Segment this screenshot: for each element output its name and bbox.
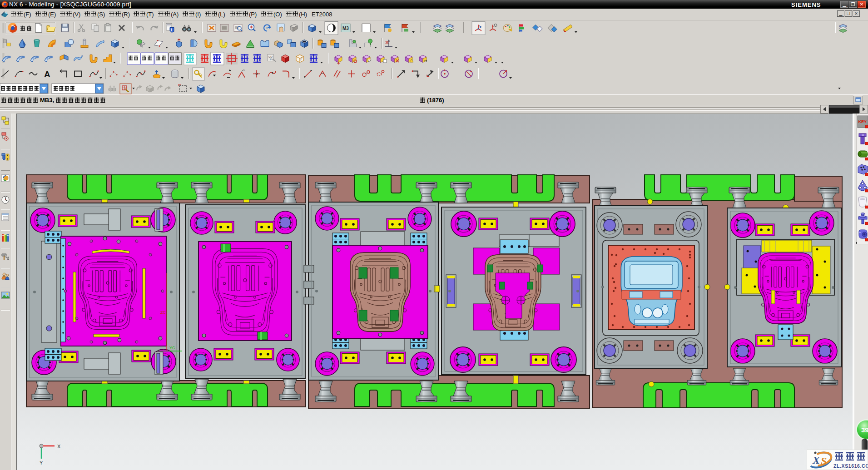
svg-text:X: X [812,454,820,466]
svg-text:Y: Y [40,460,43,465]
svg-text:ZL.XS1616.COM: ZL.XS1616.COM [833,463,868,469]
svg-text:YC: YC [169,346,175,350]
svg-text:(1876): (1876) [427,97,444,104]
svg-text:ZC: ZC [160,310,166,315]
svg-text:MB3,: MB3, [40,97,54,104]
svg-text:KEY: KEY [858,119,867,124]
svg-text:X: X [57,444,61,449]
svg-text:39: 39 [861,426,868,434]
svg-text:S: S [821,455,827,467]
